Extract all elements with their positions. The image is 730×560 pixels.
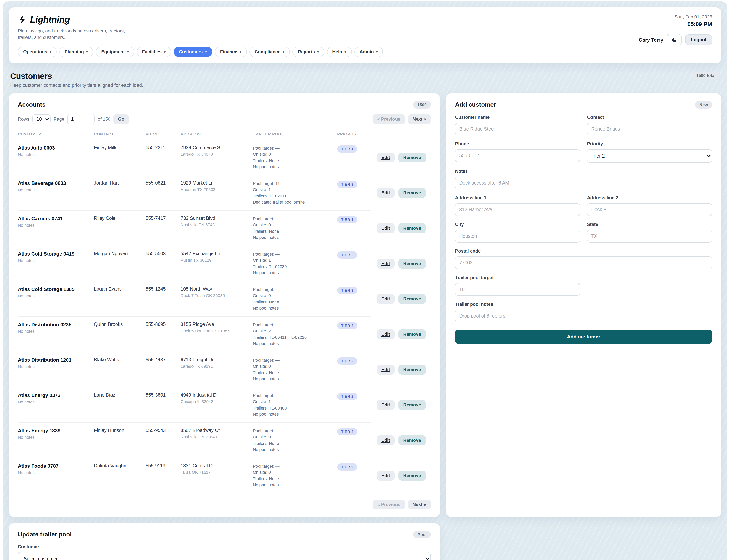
phone-number: 555-7417 bbox=[146, 216, 181, 221]
pool-target-field[interactable] bbox=[455, 283, 580, 296]
edit-button[interactable]: Edit bbox=[377, 223, 395, 233]
chevron-down-icon: ▾ bbox=[164, 50, 166, 54]
customer-notes: No notes bbox=[18, 152, 94, 157]
nav-admin[interactable]: Admin▾ bbox=[354, 47, 383, 57]
address-line1: 6713 Freight Dr bbox=[181, 357, 253, 362]
update-pool-title: Update trailer pool bbox=[18, 531, 72, 538]
main-nav: Operations▾Planning▾Equipment▾Facilities… bbox=[18, 47, 383, 57]
add-customer-button[interactable]: Add customer bbox=[455, 330, 712, 344]
edit-button[interactable]: Edit bbox=[377, 294, 395, 304]
remove-button[interactable]: Remove bbox=[398, 153, 426, 163]
nav-reports[interactable]: Reports▾ bbox=[292, 47, 324, 57]
remove-button[interactable]: Remove bbox=[398, 223, 426, 233]
brand-tagline: Plan, assign, and track loads across dri… bbox=[18, 28, 139, 41]
contact-name: Finley Hudson bbox=[94, 428, 146, 433]
customer-name: Atlas Energy 1339 bbox=[18, 428, 94, 433]
nav-compliance[interactable]: Compliance▾ bbox=[249, 47, 290, 57]
remove-button[interactable]: Remove bbox=[398, 436, 426, 445]
edit-button[interactable]: Edit bbox=[377, 259, 395, 269]
chevron-down-icon: ▾ bbox=[344, 50, 346, 54]
table-controls: Rows 10 Page of 150 Go « Previous Next » bbox=[18, 114, 431, 124]
customer-notes: No notes bbox=[18, 400, 94, 404]
address-line2: Laredo TX 09291 bbox=[181, 364, 253, 368]
accounts-card: Accounts 1500 Rows 10 Page of 150 Go « P… bbox=[9, 93, 440, 517]
col-contact: Contact bbox=[94, 132, 146, 136]
next-page-button[interactable]: Next » bbox=[408, 114, 431, 124]
previous-page-button-bottom[interactable]: « Previous bbox=[373, 500, 405, 509]
edit-button[interactable]: Edit bbox=[377, 471, 395, 481]
nav-equipment[interactable]: Equipment▾ bbox=[96, 47, 134, 57]
address-line1: 733 Sunset Blvd bbox=[181, 216, 253, 221]
previous-page-button[interactable]: « Previous bbox=[373, 114, 405, 124]
priority-select[interactable]: Tier 2 bbox=[587, 149, 712, 163]
chevron-down-icon: ▾ bbox=[127, 50, 129, 54]
pool-notes-field[interactable] bbox=[455, 310, 712, 322]
customer-notes: No notes bbox=[18, 435, 94, 440]
pool-customer-label: Customer bbox=[18, 544, 431, 549]
address-line1: 1331 Central Dr bbox=[181, 463, 253, 468]
phone-field[interactable] bbox=[455, 149, 580, 162]
next-page-button-bottom[interactable]: Next » bbox=[408, 500, 431, 509]
remove-button[interactable]: Remove bbox=[398, 400, 426, 410]
user-row: Gary Terry Logout bbox=[639, 34, 712, 45]
theme-toggle-button[interactable] bbox=[667, 34, 682, 45]
priority-badge: TIER 2 bbox=[337, 428, 357, 435]
chevron-down-icon: ▾ bbox=[317, 50, 319, 54]
app-header: Lightning Plan, assign, and track loads … bbox=[9, 7, 721, 63]
remove-button[interactable]: Remove bbox=[398, 330, 426, 339]
address1-label: Address line 1 bbox=[455, 195, 580, 200]
pool-target-label: Trailer pool target bbox=[455, 275, 580, 280]
notes-label: Notes bbox=[455, 169, 712, 174]
address2-field[interactable] bbox=[587, 203, 712, 216]
trailer-pool-info: Pool target: —On site: 2Trailers: TL-004… bbox=[253, 322, 337, 347]
update-pool-card: Update trailer pool Pool Customer Select… bbox=[9, 523, 440, 560]
priority-badge: TIER 3 bbox=[337, 181, 357, 188]
phone-number: 555-2311 bbox=[146, 145, 181, 150]
logout-button[interactable]: Logout bbox=[685, 34, 712, 45]
edit-button[interactable]: Edit bbox=[377, 188, 395, 198]
contact-field[interactable] bbox=[587, 123, 712, 135]
go-button[interactable]: Go bbox=[113, 114, 129, 124]
edit-button[interactable]: Edit bbox=[377, 330, 395, 339]
nav-finance[interactable]: Finance▾ bbox=[215, 47, 246, 57]
nav-help[interactable]: Help▾ bbox=[327, 47, 351, 57]
address1-field[interactable] bbox=[455, 203, 580, 216]
total-badge: 1500 total bbox=[692, 72, 720, 79]
postal-code-field[interactable] bbox=[455, 256, 712, 269]
pool-customer-select[interactable]: Select customer bbox=[18, 552, 431, 560]
chevron-down-icon: ▾ bbox=[239, 50, 241, 54]
contact-name: Blake Watts bbox=[94, 357, 146, 362]
edit-button[interactable]: Edit bbox=[377, 400, 395, 410]
state-field[interactable] bbox=[587, 230, 712, 243]
remove-button[interactable]: Remove bbox=[398, 188, 426, 198]
remove-button[interactable]: Remove bbox=[398, 471, 426, 481]
nav-operations[interactable]: Operations▾ bbox=[18, 47, 57, 57]
phone-number: 555-8695 bbox=[146, 322, 181, 327]
address-line2: Tulsa OK 71617 bbox=[181, 470, 253, 474]
rows-per-page-select[interactable]: 10 bbox=[32, 114, 51, 124]
customer-name-field[interactable] bbox=[455, 123, 580, 135]
rows-label: Rows bbox=[18, 116, 29, 122]
edit-button[interactable]: Edit bbox=[377, 365, 395, 375]
contact-name: Lane Diaz bbox=[94, 392, 146, 398]
address-line1: 105 North Way bbox=[181, 286, 253, 292]
remove-button[interactable]: Remove bbox=[398, 294, 426, 304]
table-row: Atlas Foods 0787 No notes Dakota Vaughn … bbox=[18, 458, 431, 493]
remove-button[interactable]: Remove bbox=[398, 365, 426, 375]
nav-customers[interactable]: Customers▾ bbox=[173, 47, 212, 57]
edit-button[interactable]: Edit bbox=[377, 153, 395, 163]
nav-planning[interactable]: Planning▾ bbox=[59, 47, 93, 57]
notes-field[interactable] bbox=[455, 177, 712, 189]
table-row: Atlas Energy 1339 No notes Finley Hudson… bbox=[18, 423, 431, 458]
address-line1: 5547 Exchange Ln bbox=[181, 251, 253, 256]
nav-facilities[interactable]: Facilities▾ bbox=[137, 47, 171, 57]
customer-notes: No notes bbox=[18, 258, 94, 263]
edit-button[interactable]: Edit bbox=[377, 436, 395, 445]
page-input[interactable] bbox=[67, 114, 95, 124]
contact-name: Finley Mills bbox=[94, 145, 146, 150]
remove-button[interactable]: Remove bbox=[398, 259, 426, 269]
update-pool-form: Customer Select customer Trailer pool ta… bbox=[18, 544, 431, 560]
customer-name: Atlas Distribution 1201 bbox=[18, 357, 94, 363]
city-field[interactable] bbox=[455, 230, 580, 243]
trailer-pool-info: Pool target: —On site: 0Trailers: NoneNo… bbox=[253, 145, 337, 170]
